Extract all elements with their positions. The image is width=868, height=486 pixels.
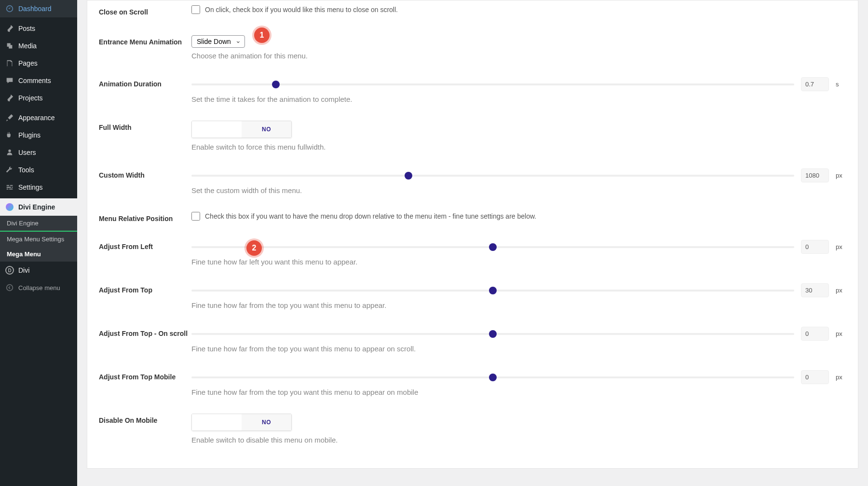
sidebar-item-dashboard[interactable]: Dashboard [0,0,77,17]
close-on-scroll-checkbox[interactable] [191,5,200,14]
submenu-item-mega-menu-settings[interactable]: Mega Menu Settings [0,231,77,247]
field-description: Choose the animation for this menu. [191,52,846,60]
full-width-toggle[interactable]: NO [191,121,292,138]
field-adjust-left: Adjust From Left px Fine tune how far le… [87,235,858,271]
sidebar-item-appearance[interactable]: Appearance [0,109,77,126]
sidebar-item-media[interactable]: Media [0,37,77,55]
field-label: Animation Duration [99,77,191,88]
main-content: 1 2 Close on Scroll On click, check box … [77,0,868,486]
pages-icon [5,58,14,68]
sidebar-item-projects[interactable]: Projects [0,89,77,107]
sidebar-item-label: Divi Engine [18,203,55,211]
field-adjust-top-mobile: Adjust From Top Mobile px Fine tune how … [87,365,858,401]
animation-duration-slider[interactable] [191,83,794,85]
slider-thumb[interactable] [489,287,497,294]
unit-label: px [836,330,846,337]
adjust-top-scroll-input[interactable] [801,327,829,341]
animation-duration-input[interactable] [801,77,829,91]
sidebar-item-settings[interactable]: Settings [0,179,77,196]
sidebar-item-divi-engine[interactable]: Divi Engine [0,198,77,216]
field-label: Adjust From Top [99,283,191,294]
unit-label: px [836,243,846,250]
adjust-left-input[interactable] [801,240,829,254]
field-adjust-top: Adjust From Top px Fine tune how far fro… [87,278,858,314]
menu-relative-checkbox[interactable] [191,212,200,221]
adjust-top-slider[interactable] [191,290,794,292]
adjust-top-mobile-slider[interactable] [191,376,794,378]
sidebar-item-divi[interactable]: D Divi [0,262,77,279]
divi-engine-icon [5,202,14,212]
submenu-item-mega-menu[interactable]: Mega Menu [0,247,77,262]
sidebar-item-users[interactable]: Users [0,144,77,161]
admin-sidebar: Dashboard Posts Media Pages Comments Pro… [0,0,77,486]
sidebar-item-label: Media [18,42,37,50]
entrance-animation-select[interactable]: Slide Down [191,35,245,48]
checkbox-text: Check this box if you want to have the m… [205,212,536,220]
field-label: Adjust From Left [99,240,191,250]
field-animation-duration: Animation Duration s Set the time it tak… [87,72,858,108]
slider-thumb[interactable] [405,172,412,180]
sidebar-item-comments[interactable]: Comments [0,72,77,89]
comments-icon [5,76,14,85]
adjust-top-input[interactable] [801,283,829,297]
users-icon [5,148,14,157]
sidebar-item-label: Plugins [18,131,41,139]
brush-icon [5,113,14,123]
sidebar-item-label: Users [18,149,36,156]
field-label: Custom Width [99,168,191,179]
field-label: Adjust From Top Mobile [99,370,191,381]
collapse-icon [5,283,14,292]
toggle-no: NO [242,414,291,430]
checkbox-text: On click, check box if you would like th… [205,6,398,14]
media-icon [5,41,14,51]
field-entrance-animation: Entrance Menu Animation Slide Down Choos… [87,30,858,65]
sidebar-item-collapse[interactable]: Collapse menu [0,279,77,296]
sidebar-item-label: Divi [18,266,29,274]
field-full-width: Full Width NO Enable switch to force thi… [87,116,858,156]
sidebar-item-label: Tools [18,166,34,174]
sidebar-item-pages[interactable]: Pages [0,55,77,72]
field-label: Close on Scroll [99,5,191,16]
pin-icon [5,93,14,103]
annotation-badge-2: 2 [246,240,262,256]
sidebar-item-label: Collapse menu [18,284,60,292]
field-description: Fine tune how far from the top you want … [191,301,846,309]
sidebar-item-label: Settings [18,183,43,191]
field-custom-width: Custom Width px Set the custom width of … [87,164,858,199]
field-menu-relative: Menu Relative Position Check this box if… [87,207,858,227]
field-description: Fine tune how far from the top you want … [191,345,846,353]
toggle-no: NO [242,121,291,138]
slider-thumb[interactable] [489,374,497,381]
sidebar-item-label: Dashboard [18,5,52,13]
unit-label: px [836,374,846,381]
annotation-badge-1: 1 [254,28,270,43]
disable-mobile-toggle[interactable]: NO [191,414,292,431]
field-description: Fine tune how far from the top you want … [191,388,846,396]
adjust-top-scroll-slider[interactable] [191,333,794,335]
sidebar-submenu: Divi Engine Mega Menu Settings Mega Menu [0,216,77,262]
custom-width-slider[interactable] [191,175,794,177]
submenu-item-divi-engine[interactable]: Divi Engine [0,216,77,231]
pin-icon [5,24,14,33]
slider-thumb[interactable] [272,81,280,88]
sidebar-item-tools[interactable]: Tools [0,161,77,179]
field-label: Disable On Mobile [99,414,191,424]
sidebar-item-label: Projects [18,94,43,102]
adjust-top-mobile-input[interactable] [801,370,829,384]
slider-thumb[interactable] [489,243,497,251]
sidebar-item-label: Comments [18,77,51,84]
divi-icon: D [5,265,14,275]
sidebar-item-plugins[interactable]: Plugins [0,126,77,144]
field-description: Enable switch to force this menu fullwid… [191,143,846,151]
adjust-left-slider[interactable] [191,246,794,248]
custom-width-input[interactable] [801,168,829,182]
settings-panel: 1 2 Close on Scroll On click, check box … [87,0,858,469]
sidebar-item-posts[interactable]: Posts [0,20,77,37]
sliders-icon [5,182,14,192]
toggle-yes [192,414,242,430]
slider-thumb[interactable] [489,330,497,338]
field-description: Set the time it takes for the animation … [191,95,846,103]
field-label: Entrance Menu Animation [99,35,191,46]
sidebar-item-label: Pages [18,59,38,67]
field-label: Menu Relative Position [99,212,191,222]
